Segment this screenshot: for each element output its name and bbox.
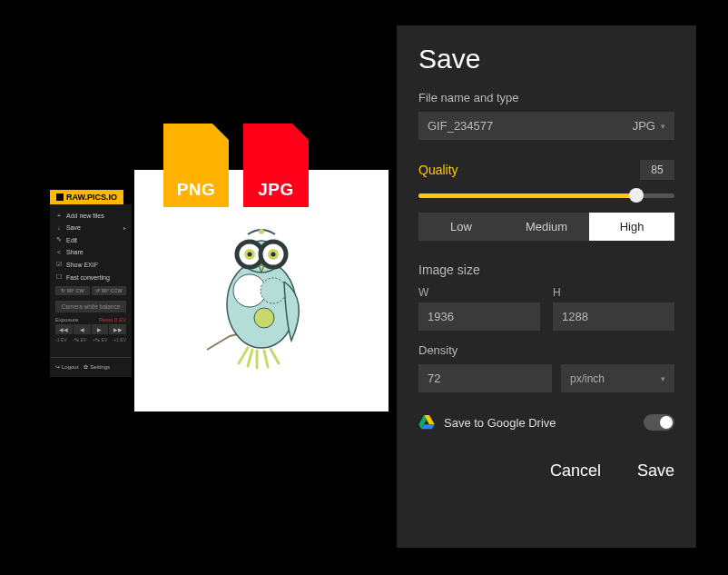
brand-text: RAW.PICS.IO <box>66 193 117 202</box>
save-button[interactable]: Save <box>637 461 674 481</box>
exposure-step-back2[interactable]: ◀◀ <box>55 324 73 334</box>
height-input[interactable] <box>553 302 674 331</box>
filename-input[interactable] <box>418 112 624 140</box>
quality-slider[interactable] <box>418 187 674 203</box>
owl-illustration <box>193 200 330 382</box>
density-unit-dropdown[interactable]: px/inch ▾ <box>561 364 674 392</box>
height-label: H <box>553 286 674 299</box>
exposure-step-fwd1[interactable]: ▶ <box>92 324 109 334</box>
share-icon: < <box>55 249 63 255</box>
exposure-label: Exposure <box>55 317 78 322</box>
exposure-tick: +⅓ EV <box>93 337 107 342</box>
edit-button[interactable]: ✎ Edit <box>50 233 132 246</box>
gdrive-toggle[interactable] <box>644 414 674 431</box>
exposure-steps: ◀◀ ◀ ▶ ▶▶ <box>50 322 132 336</box>
cancel-button[interactable]: Cancel <box>550 461 601 481</box>
svg-line-14 <box>264 351 268 367</box>
width-label: W <box>418 286 540 299</box>
pencil-icon: ✎ <box>55 236 63 243</box>
filetype-dropdown[interactable]: JPG ▾ <box>624 112 674 140</box>
exposure-tick: +1 EV <box>113 337 126 342</box>
quality-low-button[interactable]: Low <box>418 213 504 241</box>
chevron-down-icon: ▾ <box>661 374 665 383</box>
svg-line-12 <box>248 350 252 366</box>
density-input[interactable] <box>418 364 552 392</box>
download-icon: ↓ <box>55 224 63 231</box>
gear-icon: ✿ <box>84 363 88 370</box>
slider-thumb[interactable] <box>629 188 644 203</box>
left-toolbar: + Add new files ↓ Save ▸ ✎ Edit < Share … <box>50 204 132 377</box>
settings-button[interactable]: ✿ Settings <box>84 363 110 370</box>
logout-button[interactable]: ↪ Logout <box>55 363 78 370</box>
svg-point-2 <box>261 278 286 303</box>
plus-icon: + <box>55 213 63 219</box>
exposure-tick: -⅓ EV <box>74 337 87 342</box>
svg-point-10 <box>271 253 276 257</box>
jpg-file-badge: JPG <box>243 124 309 207</box>
brand-badge: RAW.PICS.IO <box>50 190 123 204</box>
slider-fill <box>418 193 636 198</box>
svg-point-7 <box>248 253 252 257</box>
save-panel: Save File name and type JPG ▾ Quality 85… <box>397 25 696 548</box>
exposure-step-back1[interactable]: ◀ <box>74 324 91 334</box>
svg-point-3 <box>254 308 274 328</box>
share-button[interactable]: < Share <box>50 246 132 258</box>
png-file-badge: PNG <box>163 124 229 207</box>
camera-white-balance-button[interactable]: Camera white balance <box>55 301 126 312</box>
checkbox-icon: ☐ <box>55 273 63 281</box>
png-label: PNG <box>163 180 229 200</box>
rotate-cw-button[interactable]: ↻ 90° CW <box>55 286 90 295</box>
gdrive-label: Save to Google Drive <box>444 416 644 430</box>
chevron-down-icon: ▾ <box>661 122 665 131</box>
quality-value: 85 <box>640 160 674 180</box>
svg-point-4 <box>259 229 264 234</box>
show-exif-toggle[interactable]: ☑ Show EXIF <box>50 258 132 271</box>
image-size-label: Image size <box>418 263 674 277</box>
density-label: Density <box>418 343 674 357</box>
quality-label: Quality <box>418 163 458 177</box>
exposure-reset-button[interactable]: Reset 0 EV <box>99 317 126 322</box>
panel-title: Save <box>418 44 674 74</box>
logout-icon: ↪ <box>55 363 60 370</box>
exposure-tick: -1 EV <box>55 337 67 342</box>
svg-line-15 <box>271 349 279 363</box>
quality-high-button[interactable]: High <box>589 213 674 241</box>
jpg-label: JPG <box>243 180 309 200</box>
width-input[interactable] <box>418 302 540 331</box>
save-menu[interactable]: ↓ Save ▸ <box>50 222 132 233</box>
quality-medium-button[interactable]: Medium <box>504 213 589 241</box>
brand-logo-icon <box>56 193 64 201</box>
rotate-ccw-button[interactable]: ↺ 90° CCW <box>92 286 126 295</box>
checkbox-checked-icon: ☑ <box>55 261 63 268</box>
fast-converting-toggle[interactable]: ☐ Fast converting <box>50 271 132 283</box>
file-section-label: File name and type <box>418 91 674 104</box>
exposure-step-fwd2[interactable]: ▶▶ <box>109 324 126 334</box>
google-drive-icon <box>418 415 435 430</box>
chevron-right-icon: ▸ <box>123 224 126 231</box>
svg-line-11 <box>239 348 248 363</box>
add-files-button[interactable]: + Add new files <box>50 210 132 222</box>
